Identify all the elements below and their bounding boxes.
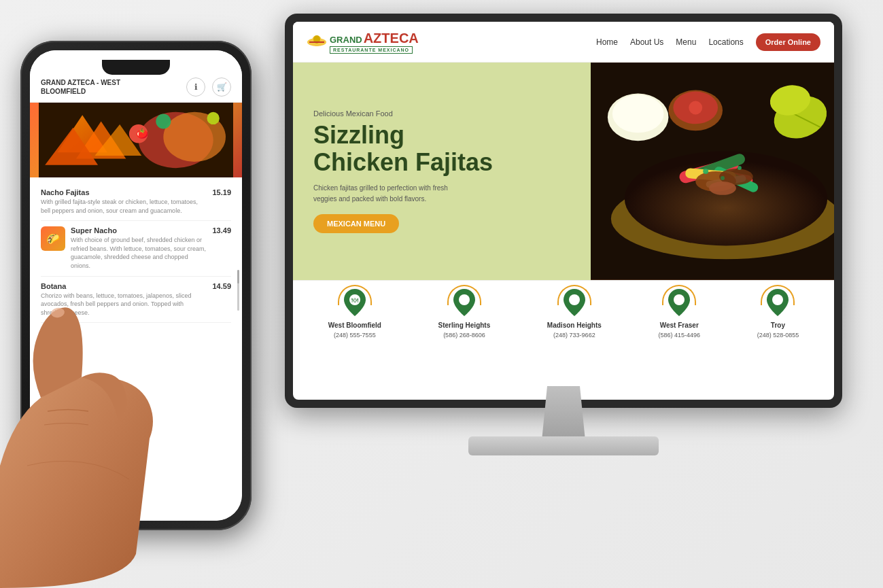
menu-item-price: 13.49 xyxy=(212,226,231,270)
location-icon-container xyxy=(767,289,789,319)
app-food-banner: 🍅 xyxy=(30,103,242,177)
location-icon-container xyxy=(668,289,690,319)
nav-locations[interactable]: Locations xyxy=(708,37,743,47)
location-phone: (586) 268-8606 xyxy=(443,332,485,339)
locations-bar: 🍽 West Bloomfield (248) 555-7555 St xyxy=(293,280,834,347)
svg-point-23 xyxy=(612,95,664,133)
location-arc xyxy=(557,285,591,305)
hero-subtitle: Delicious Mexican Food xyxy=(313,109,570,118)
logo-grand: GRAND xyxy=(330,35,362,45)
nav-about[interactable]: About Us xyxy=(630,37,663,47)
monitor-screen: GRAND AZTECA RESTAURANTE MEXICANO Home A… xyxy=(293,22,834,400)
desktop-monitor: GRAND AZTECA RESTAURANTE MEXICANO Home A… xyxy=(285,14,842,489)
menu-item-name: Nacho Fajitas xyxy=(41,188,207,196)
nav-home[interactable]: Home xyxy=(596,37,618,47)
hero-title: Sizzling Chicken Fajitas xyxy=(313,122,570,175)
menu-item-name: Super Nacho xyxy=(71,226,207,235)
monitor-base xyxy=(468,436,659,455)
scroll-indicator xyxy=(237,270,239,311)
svg-point-40 xyxy=(156,114,171,129)
svg-point-17 xyxy=(738,166,742,170)
svg-point-26 xyxy=(689,101,702,115)
location-icon-container xyxy=(453,289,475,319)
menu-item-price: 14.59 xyxy=(212,282,231,317)
svg-text:🍅: 🍅 xyxy=(136,127,149,139)
app-menu-content: Nacho Fajitas With grilled fajita-style … xyxy=(30,177,242,486)
hero-desc: Chicken fajitas grilled to perfection wi… xyxy=(313,183,490,205)
location-arc xyxy=(761,285,795,305)
scroll-thumb xyxy=(237,270,239,283)
website-hero: Delicious Mexican Food Sizzling Chicken … xyxy=(293,63,834,280)
mexican-menu-button[interactable]: MEXICAN MENU xyxy=(313,214,399,233)
hero-food-panel xyxy=(591,63,834,280)
location-name: West Bloomfield xyxy=(328,322,381,329)
order-online-button[interactable]: Order Online xyxy=(756,33,820,51)
phone-outer-frame: GRAND AZTECA - WESTBLOOMFIELD ℹ 🛒 xyxy=(20,41,252,530)
app-header: GRAND AZTECA - WESTBLOOMFIELD ℹ 🛒 xyxy=(30,50,242,103)
location-name: Sterling Heights xyxy=(438,322,491,329)
fajita-svg xyxy=(591,63,834,280)
location-phone: (586) 415-4496 xyxy=(658,332,700,339)
phone-inner: GRAND AZTECA - WESTBLOOMFIELD ℹ 🛒 xyxy=(30,50,242,521)
menu-item-desc: Chorizo with beans, lettuce, tomatoes, j… xyxy=(41,292,207,317)
location-name: West Fraser xyxy=(660,322,699,329)
phone-notch xyxy=(102,60,170,75)
nav-menu[interactable]: Menu xyxy=(676,37,696,47)
menu-item-thumbnail: 🌮 xyxy=(41,226,65,251)
phone-screen: GRAND AZTECA - WESTBLOOMFIELD ℹ 🛒 xyxy=(30,50,242,521)
location-sterling-heights: Sterling Heights (586) 268-8606 xyxy=(438,289,491,339)
cart-button[interactable]: 🛒 xyxy=(212,77,231,97)
location-icon-container xyxy=(564,289,585,319)
location-name: Troy xyxy=(771,322,785,329)
location-phone: (248) 555-7555 xyxy=(334,332,376,339)
app-restaurant-name: GRAND AZTECA - WESTBLOOMFIELD xyxy=(41,78,120,96)
location-name: Madison Heights xyxy=(547,322,602,329)
menu-item-nacho-fajitas[interactable]: Nacho Fajitas With grilled fajita-style … xyxy=(41,183,231,221)
food-image xyxy=(591,63,834,280)
location-phone: (248) 528-0855 xyxy=(757,332,799,339)
location-west-bloomfield: 🍽 West Bloomfield (248) 555-7555 xyxy=(328,289,381,339)
logo-subtitle: RESTAURANTE MEXICANO xyxy=(330,46,413,54)
svg-point-15 xyxy=(709,181,736,195)
website-logo: GRAND AZTECA RESTAURANTE MEXICANO xyxy=(307,31,419,54)
location-troy: Troy (248) 528-0855 xyxy=(757,289,799,339)
menu-item-desc: With choice of ground beef, shredded chi… xyxy=(71,236,207,270)
nav-links: Home About Us Menu Locations Order Onlin… xyxy=(596,33,820,51)
svg-point-18 xyxy=(721,176,725,180)
location-phone: (248) 733-9662 xyxy=(553,332,595,339)
menu-item-botana[interactable]: Botana Chorizo with beans, lettuce, toma… xyxy=(41,277,231,323)
logo-text-group: GRAND AZTECA RESTAURANTE MEXICANO xyxy=(330,31,419,54)
menu-item-name: Botana xyxy=(41,282,207,290)
website-navbar: GRAND AZTECA RESTAURANTE MEXICANO Home A… xyxy=(293,22,834,63)
app-header-icons: ℹ 🛒 xyxy=(186,77,231,97)
info-button[interactable]: ℹ xyxy=(186,77,205,97)
location-west-fraser: West Fraser (586) 415-4496 xyxy=(658,289,700,339)
svg-point-41 xyxy=(207,112,220,124)
location-arc xyxy=(338,285,372,305)
app-menu-section: Nacho Fajitas With grilled fajita-style … xyxy=(30,177,242,323)
location-arc xyxy=(447,285,481,305)
hero-left-panel: Delicious Mexican Food Sizzling Chicken … xyxy=(293,63,591,280)
location-madison-heights: Madison Heights (248) 733-9662 xyxy=(547,289,602,339)
app-food-image: 🍅 xyxy=(30,103,242,177)
location-icon-container: 🍽 xyxy=(344,289,366,319)
svg-point-16 xyxy=(703,169,708,174)
location-arc xyxy=(662,285,696,305)
phone-mockup: GRAND AZTECA - WESTBLOOMFIELD ℹ 🛒 xyxy=(20,41,252,530)
monitor-bezel: GRAND AZTECA RESTAURANTE MEXICANO Home A… xyxy=(285,14,842,408)
menu-item-price: 15.19 xyxy=(212,188,231,215)
menu-item-desc: With grilled fajita-style steak or chick… xyxy=(41,198,207,215)
logo-azteca: AZTECA xyxy=(364,31,419,46)
menu-item-super-nacho[interactable]: 🌮 Super Nacho With choice of ground beef… xyxy=(41,221,231,276)
sombrero-icon xyxy=(307,33,327,52)
